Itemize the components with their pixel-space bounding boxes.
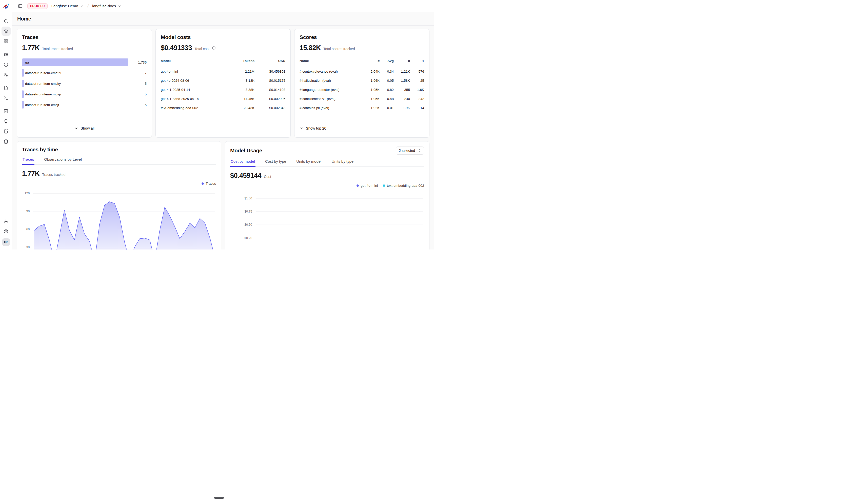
sidebar-item-evaluation[interactable] — [1, 107, 11, 115]
score-count: 2.04K — [364, 67, 380, 76]
show-top-20-label: Show top 20 — [306, 126, 326, 130]
settings-button[interactable] — [1, 217, 11, 226]
trace-row-label: dataset-run-item-cmcvp — [22, 92, 61, 96]
model-cost-row: gpt-4o-mini 2.21M $0.456301 — [161, 67, 285, 76]
score-avg: 0.34 — [380, 67, 394, 76]
environment-badge: PROD-EU — [27, 3, 48, 9]
legend-label: Traces — [206, 182, 216, 185]
gear-icon — [3, 219, 8, 224]
show-all-button[interactable]: Show all — [72, 124, 97, 132]
score-row: # conciseness-v1 (eval) 1.95K 0.48 240 2… — [299, 94, 424, 103]
trace-row-value: 5 — [136, 92, 146, 96]
tab-units-by-model[interactable]: Units by model — [296, 159, 322, 167]
scores-metric-label: Total scores tracked — [323, 47, 355, 51]
legend-item-gpt-4o-mini[interactable]: gpt-4o-mini — [357, 184, 378, 187]
file-text-icon — [3, 86, 8, 90]
model-costs-metric: $0.491333 — [161, 44, 192, 52]
scores-card: Scores 15.82K Total scores tracked Name … — [294, 29, 429, 138]
model-cost-row: text-embedding-ada-002 28.43K $0.002843 — [161, 103, 285, 112]
sidebar-item-home[interactable] — [1, 27, 11, 36]
legend-item-text-embedding-ada-002[interactable]: text-embedding-ada-002 — [383, 184, 424, 187]
tab-units-by-type[interactable]: Units by type — [331, 159, 354, 167]
svg-text:$1.00: $1.00 — [244, 197, 252, 200]
score-zero: 1.58K — [394, 76, 410, 85]
svg-text:30: 30 — [26, 245, 30, 249]
score-name: # hallucination (eval) — [299, 76, 364, 85]
topbar: PROD-EU Langfuse Demo / langfuse-docs — [12, 0, 434, 12]
model-tokens: 3.13K — [226, 76, 254, 85]
sidebar-item-annotation[interactable] — [1, 127, 11, 136]
sidebar-item-tracing[interactable] — [1, 50, 11, 59]
info-icon[interactable] — [212, 46, 216, 50]
sidebar: FK — [0, 0, 12, 250]
traces-metric: 1.77K — [22, 44, 40, 52]
model-costs-card: Model costs $0.491333 Total cost Model T… — [155, 29, 291, 138]
model-usd: $0.014108 — [254, 85, 285, 94]
sidebar-group-evaluation — [1, 107, 11, 146]
sidebar-item-dashboards[interactable] — [1, 37, 11, 46]
sidebar-toggle-button[interactable] — [16, 2, 24, 10]
score-zero: 1.9K — [394, 103, 410, 112]
legend-label: text-embedding-ada-002 — [387, 184, 424, 187]
traces-by-time-card: Traces by time Traces Observations by Le… — [17, 141, 221, 250]
trace-row-value: 1,736 — [136, 60, 146, 64]
langfuse-logo[interactable] — [2, 3, 10, 10]
svg-text:60: 60 — [26, 228, 30, 231]
project-switcher[interactable]: langfuse-docs — [91, 2, 123, 9]
model-usage-card: Model Usage 2 selected Cost by model Cos… — [225, 141, 429, 250]
trace-row[interactable]: dataset-run-item-cmcky 5 — [22, 80, 146, 87]
show-top-20-button[interactable]: Show top 20 — [297, 124, 329, 132]
score-row: # hallucination (eval) 1.96K 0.05 1.58K … — [299, 76, 424, 85]
sidebar-group-main — [1, 16, 11, 46]
model-usage-title: Model Usage — [230, 147, 262, 154]
traces-by-time-metric-label: Traces tracked — [42, 173, 66, 177]
sidebar-bottom: FK — [1, 217, 11, 246]
sidebar-item-llm-judge[interactable] — [1, 117, 11, 126]
support-button[interactable] — [1, 227, 11, 236]
trace-row[interactable]: dataset-run-item-cmcvp 5 — [22, 90, 146, 98]
sidebar-item-datasets[interactable] — [1, 137, 11, 146]
tab-observations-by-level[interactable]: Observations by Level — [44, 157, 82, 165]
user-avatar[interactable]: FK — [2, 239, 10, 246]
model-usd: $0.002843 — [254, 103, 285, 112]
trace-row[interactable]: qa 1,736 — [22, 59, 146, 66]
model-name: gpt-4.1-nano-2025-04-14 — [161, 94, 226, 103]
tab-cost-by-type[interactable]: Cost by type — [265, 159, 287, 167]
usage-chart-legend: gpt-4o-mini text-embedding-ada-002 — [230, 184, 424, 187]
organization-switcher[interactable]: Langfuse Demo — [50, 2, 85, 9]
sidebar-item-search[interactable] — [1, 16, 11, 26]
model-tokens: 3.38K — [226, 85, 254, 94]
tab-traces[interactable]: Traces — [22, 157, 34, 165]
sidebar-item-users[interactable] — [1, 70, 11, 79]
score-count: 1.96K — [364, 76, 380, 85]
col-model: Model — [161, 58, 226, 67]
model-tokens: 28.43K — [226, 103, 254, 112]
chevrons-up-down-icon — [418, 149, 421, 152]
legend-label: gpt-4o-mini — [360, 184, 378, 187]
score-avg: 0.01 — [380, 103, 394, 112]
legend-dot — [357, 184, 359, 187]
page-header: Home — [12, 12, 434, 26]
score-avg: 0.48 — [380, 94, 394, 103]
model-costs-metric-label: Total cost — [194, 47, 210, 51]
score-count: 1.95K — [364, 85, 380, 94]
model-cost-row: gpt-4.1-nano-2025-04-14 14.45K $0.002906 — [161, 94, 285, 103]
model-name: gpt-4o-mini — [161, 67, 226, 76]
col-zero: 0 — [394, 58, 410, 67]
legend-dot — [202, 182, 204, 185]
users-icon — [3, 72, 8, 77]
home-icon — [3, 29, 8, 34]
sidebar-item-prompts[interactable] — [1, 83, 11, 92]
traces-by-time-title: Traces by time — [22, 146, 216, 153]
model-costs-header-row: Model Tokens USD — [161, 58, 285, 67]
legend-item-traces[interactable]: Traces — [202, 182, 216, 185]
model-select-dropdown[interactable]: 2 selected — [396, 146, 424, 155]
trace-row[interactable]: dataset-run-item-cmcjf 5 — [22, 101, 146, 109]
tab-cost-by-model[interactable]: Cost by model — [230, 159, 255, 167]
panel-left-icon — [18, 4, 23, 8]
sidebar-item-playground[interactable] — [1, 93, 11, 102]
col-one: 1 — [410, 58, 424, 67]
sidebar-item-sessions[interactable] — [1, 60, 11, 69]
col-count: # — [364, 58, 380, 67]
trace-row[interactable]: dataset-run-item-cmc29 7 — [22, 69, 146, 77]
